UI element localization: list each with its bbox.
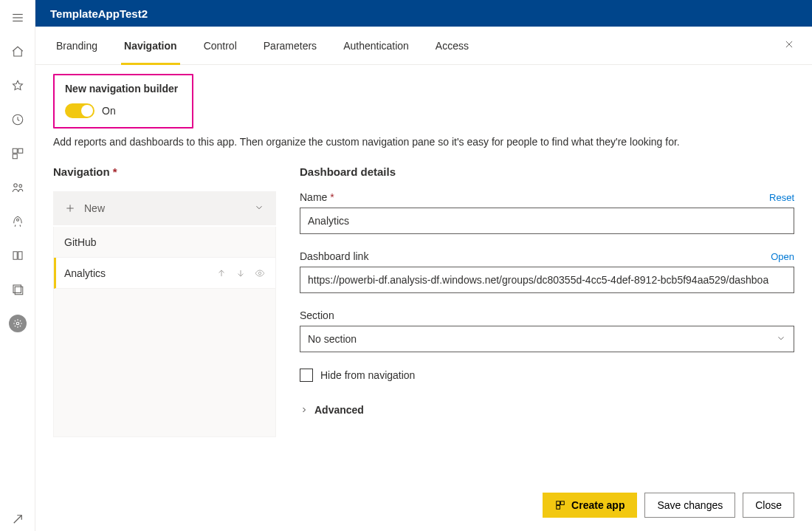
advanced-label: Advanced [314,404,364,416]
description-text: Add reports and dashboards to this app. … [53,136,794,148]
apps-icon[interactable] [6,142,30,165]
star-icon[interactable] [6,74,30,97]
recent-icon[interactable] [6,108,30,131]
content-panel: New navigation builder On Add reports an… [35,65,812,482]
svg-rect-4 [13,148,17,153]
deployment-icon[interactable] [6,210,30,233]
workspaces-icon[interactable] [6,278,30,301]
tab-parameters[interactable]: Parameters [261,27,320,64]
svg-rect-5 [18,148,22,153]
dashboard-link-input[interactable] [300,267,794,293]
nav-item-label: Analytics [64,267,106,279]
svg-rect-11 [15,287,23,295]
new-label: New [84,202,105,214]
tab-authentication[interactable]: Authentication [340,27,412,64]
name-label: Name [300,191,327,203]
workspace-avatar-icon[interactable] [6,312,30,335]
chevron-down-icon [776,333,786,346]
hide-label: Hide from navigation [320,369,415,381]
button-label: Create app [571,499,625,511]
save-changes-button[interactable]: Save changes [644,493,735,518]
tab-label: Authentication [343,40,409,52]
section-select[interactable]: No section [300,326,794,352]
nav-list-empty-area [54,289,275,436]
tab-control[interactable]: Control [201,27,240,64]
heading-text: Navigation [53,165,110,178]
nav-builder-toggle[interactable] [65,103,94,118]
advanced-toggle[interactable]: Advanced [300,404,794,416]
tab-label: Control [204,40,237,52]
nav-item-actions [216,268,265,278]
details-column: Dashboard details Name * Reset Dashboard… [300,165,794,437]
open-link[interactable]: Open [771,251,794,262]
chevron-right-icon [300,405,309,414]
svg-rect-6 [13,154,17,159]
required-asterisk: * [113,165,117,178]
svg-point-7 [13,184,17,188]
get-data-icon[interactable] [6,507,30,531]
section-label: Section [300,309,334,321]
svg-point-9 [16,219,18,221]
svg-point-13 [258,272,261,275]
link-label: Dashboard link [300,250,368,262]
svg-point-12 [16,322,19,325]
nav-builder-heading: New navigation builder [65,83,182,95]
title-bar: TemplateAppTest2 [35,0,812,27]
required-asterisk: * [330,191,334,203]
hamburger-icon[interactable] [6,6,30,30]
plus-icon [65,203,75,213]
move-up-icon[interactable] [216,268,227,278]
footer-bar: Create app Save changes Close [35,482,812,531]
hide-checkbox[interactable] [300,369,313,382]
nav-item-label: GitHub [64,236,97,248]
tab-label: Branding [56,40,97,52]
move-down-icon[interactable] [235,268,246,278]
new-nav-item-button[interactable]: New [53,191,276,225]
nav-item-analytics[interactable]: Analytics [54,258,275,289]
chevron-down-icon [254,202,264,215]
close-icon[interactable] [784,39,794,52]
nav-item-github[interactable]: GitHub [54,227,275,258]
home-icon[interactable] [6,40,30,64]
navigation-heading: Navigation * [53,165,276,178]
reset-link[interactable]: Reset [769,192,794,203]
tab-branding[interactable]: Branding [53,27,100,64]
navigation-column: Navigation * New GitHub [53,165,276,437]
svg-point-8 [18,185,21,188]
main-panel: TemplateAppTest2 Branding Navigation Con… [35,0,812,531]
close-button[interactable]: Close [743,493,794,518]
tab-label: Access [436,40,469,52]
tab-label: Navigation [124,40,177,52]
svg-rect-10 [13,285,21,293]
details-heading: Dashboard details [300,165,794,178]
name-input[interactable] [300,208,794,234]
shared-icon[interactable] [6,176,30,199]
tab-label: Parameters [264,40,317,52]
nav-builder-state: On [102,105,116,117]
tab-access[interactable]: Access [433,27,472,64]
section-value: No section [308,333,357,345]
nav-builder-callout: New navigation builder On [53,74,193,129]
nav-item-list: GitHub Analytics [53,227,276,437]
left-nav-rail [0,0,35,531]
app-icon [555,500,565,510]
tab-strip: Branding Navigation Control Parameters A… [35,27,812,65]
svg-rect-14 [557,501,560,505]
button-label: Save changes [657,499,723,511]
svg-rect-15 [561,501,565,505]
app-title: TemplateAppTest2 [50,7,148,20]
button-label: Close [755,499,782,511]
svg-rect-16 [557,506,560,510]
tab-navigation[interactable]: Navigation [121,27,180,64]
visibility-icon[interactable] [255,268,265,278]
create-app-button[interactable]: Create app [543,493,637,518]
learn-icon[interactable] [6,244,30,267]
